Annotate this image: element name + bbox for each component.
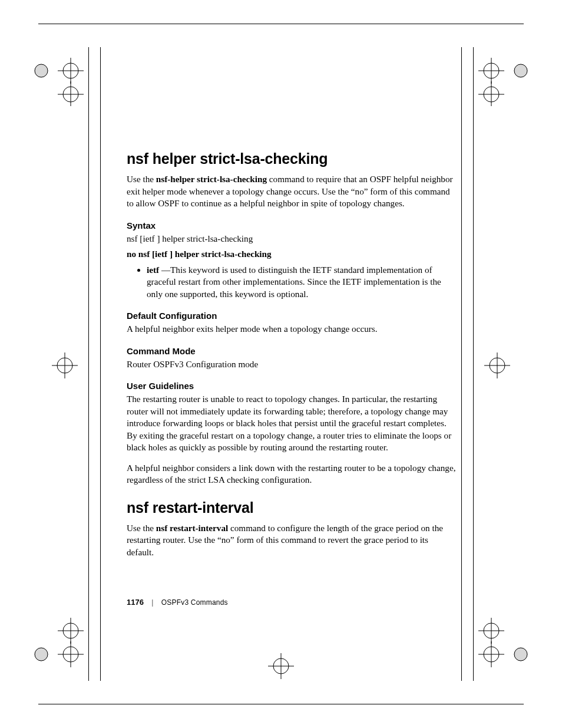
section1-intro: Use the nsf-helper strict-lsa-checking c… [127, 173, 457, 210]
command-mode-heading: Command Mode [127, 346, 457, 356]
intro-bold-cmd: nsf-helper strict-lsa-checking [156, 174, 267, 184]
registration-mark-icon [24, 35, 94, 106]
section-title-nsf-restart: nsf restart-interval [127, 499, 457, 516]
crop-rule-top [38, 24, 524, 24]
default-config-text: A helpful neighbor exits helper mode whe… [127, 323, 457, 335]
svg-point-13 [484, 87, 499, 102]
crop-rule-right-inner [461, 47, 462, 681]
default-config-heading: Default Configuration [127, 311, 457, 321]
crop-rule-bottom [38, 704, 524, 704]
svg-point-38 [273, 658, 289, 674]
crop-rule-left-outer [88, 47, 89, 681]
registration-mark-icon [468, 607, 538, 678]
svg-point-5 [63, 87, 78, 102]
bullet-keyword: ietf [147, 265, 159, 275]
guidelines-p2: A helpful neighbor considers a link down… [127, 462, 457, 486]
registration-mark-icon [24, 330, 94, 401]
svg-point-35 [484, 647, 499, 662]
svg-point-30 [514, 648, 527, 661]
syntax-no-line-bold: no nsf [ietf ] helper strict-lsa-checkin… [127, 249, 272, 259]
page-number: 1176 [127, 598, 144, 607]
svg-point-10 [484, 63, 499, 78]
syntax-heading: Syntax [127, 220, 457, 230]
svg-point-31 [514, 648, 527, 661]
bullet-text: This keyword is used to distinguish the … [147, 265, 441, 299]
svg-point-22 [35, 648, 48, 661]
registration-mark-icon [24, 607, 94, 678]
bullet-ietf: ietf —This keyword is used to distinguis… [147, 264, 457, 301]
user-guidelines-heading: User Guidelines [127, 381, 457, 391]
footer-section-name: OSPFv3 Commands [161, 598, 228, 607]
intro-pre: Use the [127, 174, 156, 184]
syntax-bullets: ietf —This keyword is used to distinguis… [127, 264, 457, 301]
page-content: nsf helper strict-lsa-checking Use the n… [127, 150, 457, 566]
registration-mark-icon [246, 631, 316, 701]
command-mode-text: Router OSPFv3 Configuration mode [127, 358, 457, 371]
svg-point-27 [63, 647, 78, 662]
section2-intro: Use the nsf restart-interval command to … [127, 522, 457, 559]
section-title-nsf-helper: nsf helper strict-lsa-checking [127, 150, 457, 167]
crop-rule-right-outer [473, 47, 474, 681]
svg-point-2 [63, 63, 78, 78]
footer-separator: | [151, 598, 153, 607]
svg-point-19 [490, 358, 505, 373]
intro2-bold-cmd: nsf restart-interval [156, 523, 228, 533]
svg-point-32 [484, 623, 499, 638]
registration-mark-icon [468, 330, 538, 401]
guidelines-p1: The restarting router is unable to react… [127, 393, 457, 454]
page-footer: 1176 | OSPFv3 Commands [127, 598, 228, 607]
svg-point-0 [35, 64, 48, 77]
svg-point-16 [57, 358, 72, 373]
syntax-no-line: no nsf [ietf ] helper strict-lsa-checkin… [127, 248, 457, 261]
syntax-line: nsf [ietf ] helper strict-lsa-checking [127, 233, 457, 245]
crop-rule-left-inner [100, 47, 101, 681]
bullet-sep: — [159, 265, 170, 275]
svg-point-24 [63, 623, 78, 638]
svg-point-9 [514, 64, 527, 77]
svg-point-8 [514, 64, 527, 77]
svg-point-1 [35, 64, 48, 77]
registration-mark-icon [468, 35, 538, 106]
intro2-pre: Use the [127, 523, 156, 533]
svg-point-23 [35, 648, 48, 661]
